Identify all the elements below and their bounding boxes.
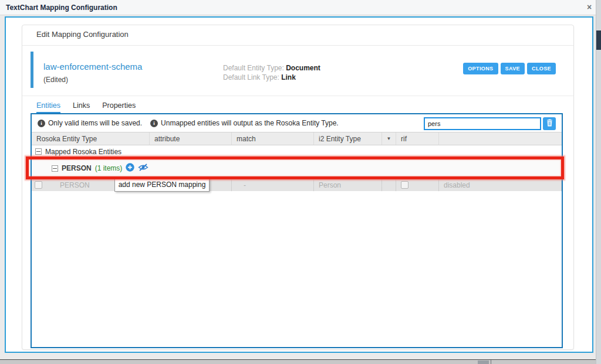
cell-arrow-spacer (381, 179, 396, 191)
mapped-rosoka-entities-group[interactable]: Mapped Rosoka Entities (32, 145, 562, 158)
cell-status: disabled (438, 179, 562, 191)
info-icon: i (150, 120, 158, 127)
page-bottom-bar (0, 359, 596, 364)
notice-unmapped: i Unmapped entities will output as the R… (150, 119, 339, 127)
tab-bar: Entities Links Properties (36, 101, 136, 113)
column-header-match[interactable]: match (231, 132, 313, 145)
add-icon (126, 163, 134, 174)
default-link-type: Default Link Type: Link (223, 73, 320, 82)
add-mapping-tooltip: add new PERSON mapping (114, 177, 210, 192)
info-icon: i (38, 120, 45, 127)
toggle-visibility-button[interactable] (138, 163, 148, 174)
window-titlebar: TextChart Mapping Configuration (0, 0, 596, 15)
default-entity-label: Default Entity Type: (223, 64, 284, 72)
tab-entities[interactable]: Entities (36, 101, 60, 113)
person-mapping-row-disabled: PERSON - Person disabled (32, 179, 562, 191)
cell-match: - (231, 179, 313, 191)
action-buttons: OPTIONS SAVE CLOSE (463, 63, 556, 74)
notice-unmapped-text: Unmapped entities will output as the Ros… (161, 119, 339, 127)
schema-name[interactable]: law-enforcement-schema (43, 62, 142, 72)
card-heading: Edit Mapping Configuration (36, 30, 129, 39)
close-button[interactable]: CLOSE (527, 63, 556, 74)
table-header-row: Rosoka Entity Type attribute match i2 En… (32, 132, 562, 145)
collapse-icon[interactable] (35, 148, 42, 155)
default-types: Default Entity Type: Document Default Li… (223, 63, 320, 82)
save-button[interactable]: SAVE (501, 63, 525, 74)
person-group-row[interactable]: PERSON (1 items) (32, 158, 562, 179)
screen: TextChart Mapping Configuration × Edit M… (0, 0, 601, 364)
i2-filter-dropdown[interactable]: ▼ (381, 132, 396, 145)
person-group-count: (1 items) (95, 164, 123, 172)
cell-rif (396, 179, 438, 191)
row-select-checkbox[interactable] (35, 181, 42, 189)
column-header-empty (438, 132, 562, 145)
options-button[interactable]: OPTIONS (463, 63, 498, 74)
default-link-value: Link (281, 73, 296, 81)
heading-divider (22, 45, 573, 46)
mapping-configuration-dialog: Edit Mapping Configuration law-enforceme… (5, 16, 593, 353)
default-entity-value: Document (286, 64, 320, 72)
schema-status: (Edited) (43, 76, 68, 84)
column-header-rosoka-entity-type[interactable]: Rosoka Entity Type (32, 132, 149, 145)
column-header-attribute[interactable]: attribute (149, 132, 231, 145)
row-entity-text: PERSON (60, 181, 90, 189)
clear-filter-button[interactable] (543, 117, 556, 130)
tab-properties[interactable]: Properties (102, 101, 136, 113)
column-header-rif[interactable]: rif (396, 132, 438, 145)
window-title: TextChart Mapping Configuration (6, 4, 117, 12)
notices: i Only valid items will be saved. i Unma… (38, 119, 339, 127)
edit-mapping-card: Edit Mapping Configuration law-enforceme… (22, 25, 574, 350)
chevron-down-icon: ▼ (387, 136, 391, 141)
notices-row: i Only valid items will be saved. i Unma… (32, 114, 562, 132)
column-header-i2-entity-type[interactable]: i2 Entity Type (313, 132, 381, 145)
tab-links[interactable]: Links (73, 101, 90, 113)
eye-slash-icon (138, 163, 148, 174)
default-entity-type: Default Entity Type: Document (223, 63, 320, 73)
scrollbar-thumb[interactable] (596, 30, 601, 50)
trash-icon (546, 119, 553, 128)
bottom-divider (491, 360, 491, 364)
mapped-group-label: Mapped Rosoka Entities (45, 148, 121, 156)
person-group-name: PERSON (62, 164, 92, 172)
rif-checkbox[interactable] (401, 181, 408, 189)
add-mapping-button[interactable] (126, 163, 134, 174)
horizontal-scroll-thumb[interactable] (478, 360, 489, 364)
notice-valid-items: i Only valid items will be saved. (38, 119, 142, 127)
cell-i2-entity-type: Person (313, 179, 381, 191)
notice-valid-items-text: Only valid items will be saved. (48, 119, 142, 127)
default-link-label: Default Link Type: (223, 73, 279, 81)
close-icon[interactable]: × (587, 2, 592, 12)
page-scrollbar[interactable] (596, 0, 601, 364)
filter-input[interactable] (424, 117, 541, 130)
collapse-icon[interactable] (52, 165, 58, 172)
entities-table-panel: i Only valid items will be saved. i Unma… (31, 113, 563, 348)
header-divider (22, 96, 573, 96)
schema-accent-bar (31, 52, 33, 88)
